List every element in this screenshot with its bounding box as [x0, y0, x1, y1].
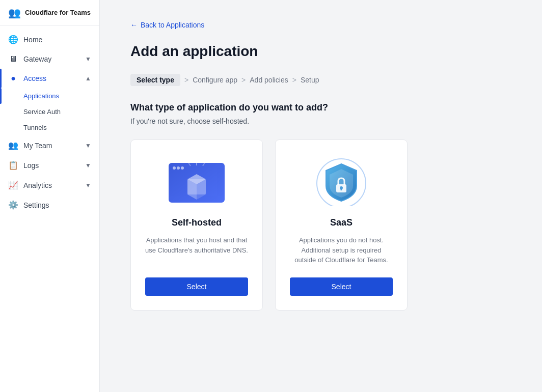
chevron-down-icon: ▼: [85, 162, 91, 169]
chevron-down-icon: ▼: [85, 142, 91, 149]
main-content: ← Back to Applications Add an applicatio…: [100, 0, 542, 392]
stepper-configure-app: Configure app: [193, 76, 237, 84]
sidebar-nav: 🌐 Home 🖥 Gateway ▼ ● Access ▲ Applicatio…: [0, 25, 99, 392]
self-hosted-illustration: [166, 156, 227, 207]
back-link[interactable]: ← Back to Applications: [130, 21, 204, 29]
chevron-up-icon: ▲: [85, 75, 91, 82]
sidebar-item-settings[interactable]: ⚙️ Settings: [0, 195, 99, 215]
chevron-down-icon: ▼: [85, 182, 91, 189]
section-title: What type of application do you want to …: [130, 102, 511, 113]
saas-select-button[interactable]: Select: [290, 277, 393, 296]
home-icon: 🌐: [8, 35, 18, 44]
chevron-down-icon: ▼: [85, 55, 91, 63]
sidebar-subitem-service-auth[interactable]: Service Auth: [0, 104, 99, 120]
gateway-icon: 🖥: [8, 54, 18, 64]
settings-icon: ⚙️: [8, 200, 18, 210]
saas-card: SaaS Applications you do not host. Addit…: [275, 139, 408, 311]
sidebar-item-label: Gateway: [23, 55, 51, 63]
sidebar-item-label: Access: [23, 74, 46, 82]
self-hosted-card: Self-hosted Applications that you host a…: [130, 139, 263, 311]
stepper-select-type: Select type: [130, 74, 180, 86]
saas-title: SaaS: [330, 217, 353, 228]
sub-item-label: Service Auth: [23, 108, 61, 116]
sidebar-item-label: Home: [23, 36, 42, 44]
logs-icon: 📋: [8, 160, 18, 170]
saas-illustration: [311, 156, 372, 207]
svg-rect-14: [341, 188, 342, 190]
sidebar-item-label: Settings: [23, 201, 49, 209]
svg-point-1: [173, 166, 176, 170]
sidebar-item-gateway[interactable]: 🖥 Gateway ▼: [0, 49, 99, 69]
stepper-sep-1: >: [184, 76, 188, 84]
analytics-icon: 📈: [8, 180, 18, 190]
self-hosted-select-button[interactable]: Select: [145, 277, 248, 296]
sidebar-item-analytics[interactable]: 📈 Analytics ▼: [0, 175, 99, 195]
sidebar-item-access[interactable]: ● Access ▲: [0, 69, 99, 88]
sidebar: 👥 Cloudflare for Teams 🌐 Home 🖥 Gateway …: [0, 0, 100, 392]
brand-icon: 👥: [8, 7, 21, 19]
stepper-add-policies: Add policies: [250, 76, 288, 84]
cards-row: Self-hosted Applications that you host a…: [130, 139, 511, 311]
sidebar-item-label: Analytics: [23, 181, 52, 189]
sidebar-subitem-applications[interactable]: Applications: [0, 88, 99, 104]
brand-name: Cloudflare for Teams: [25, 9, 91, 16]
sidebar-item-label: My Team: [23, 142, 52, 150]
my-team-icon: 👥: [8, 141, 18, 150]
saas-desc: Applications you do not host. Additional…: [290, 235, 393, 265]
section-subtitle: If you're not sure, choose self-hosted.: [130, 117, 511, 125]
sub-item-label: Applications: [23, 92, 59, 100]
access-icon: ●: [8, 74, 18, 83]
brand: 👥 Cloudflare for Teams: [0, 0, 99, 25]
stepper: Select type > Configure app > Add polici…: [130, 74, 511, 86]
stepper-sep-3: >: [292, 76, 296, 84]
stepper-setup: Setup: [301, 76, 319, 84]
svg-point-3: [181, 166, 184, 170]
arrow-left-icon: ←: [130, 21, 138, 29]
sidebar-item-my-team[interactable]: 👥 My Team ▼: [0, 135, 99, 155]
self-hosted-title: Self-hosted: [172, 217, 222, 228]
page-title: Add an application: [130, 43, 511, 60]
self-hosted-desc: Applications that you host and that use …: [145, 235, 248, 265]
svg-point-2: [177, 166, 180, 170]
sidebar-item-home[interactable]: 🌐 Home: [0, 30, 99, 49]
stepper-sep-2: >: [241, 76, 246, 84]
back-link-text: Back to Applications: [141, 21, 204, 29]
sub-item-label: Tunnels: [23, 124, 47, 131]
sidebar-item-label: Logs: [23, 161, 39, 170]
sidebar-subitem-tunnels[interactable]: Tunnels: [0, 120, 99, 135]
sidebar-item-logs[interactable]: 📋 Logs ▼: [0, 155, 99, 175]
